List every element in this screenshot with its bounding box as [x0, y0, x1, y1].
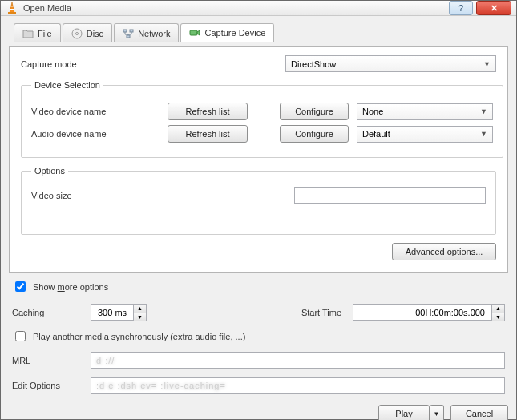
chevron-down-icon: ▼	[434, 410, 440, 418]
video-device-select[interactable]: None ▼	[357, 103, 493, 120]
play-label: lay	[402, 409, 413, 418]
video-size-input[interactable]	[294, 187, 486, 204]
play-sync-label: Play another media synchronously (extra …	[33, 332, 245, 341]
video-size-label: Video size	[31, 191, 285, 200]
chevron-down-icon: ▼	[480, 107, 487, 115]
window-title: Open Media	[23, 3, 449, 13]
dialog-footer: Play ▼ Cancel	[1, 398, 516, 420]
device-selection-group: Device Selection Video device name Refre…	[21, 80, 503, 158]
svg-rect-2	[10, 6, 14, 6]
tab-file-label: File	[38, 29, 52, 38]
video-device-row: Video device name Refresh list Configure…	[31, 103, 493, 120]
cancel-button[interactable]: Cancel	[450, 405, 508, 420]
start-time-value: 00H:00m:00s.000	[353, 308, 491, 317]
video-configure-button[interactable]: Configure	[280, 103, 349, 120]
mrl-input[interactable]: d ://	[91, 352, 505, 369]
audio-device-row: Audio device name Refresh list Configure…	[31, 125, 493, 143]
audio-refresh-button[interactable]: Refresh list	[168, 125, 248, 143]
svg-marker-0	[10, 2, 14, 13]
audio-configure-button[interactable]: Configure	[280, 125, 349, 143]
play-sync-checkbox[interactable]: Play another media synchronously (extra …	[12, 329, 505, 344]
show-more-row: Show more options	[9, 277, 508, 296]
edit-options-row: Edit Options :d e :dsh ev= :live-caching…	[12, 377, 505, 394]
chevron-down-icon: ▼	[483, 60, 491, 68]
play-split-button: Play ▼	[378, 405, 444, 420]
caching-value: 300 ms	[91, 308, 133, 317]
open-media-dialog: Open Media ? ✕ File Disc Network Capture…	[0, 0, 517, 420]
audio-device-select[interactable]: Default ▼	[357, 126, 493, 143]
options-legend: Options	[31, 166, 68, 176]
spin-down-button[interactable]: ▼	[134, 313, 146, 321]
tab-capture-label: Capture Device	[204, 28, 265, 38]
tab-network[interactable]: Network	[114, 23, 179, 42]
more-options-panel: Caching 300 ms ▲ ▼ Start Time 00H:00m:00…	[9, 301, 508, 394]
svg-rect-8	[127, 35, 130, 38]
video-refresh-button[interactable]: Refresh list	[168, 103, 248, 120]
capture-icon	[189, 27, 200, 38]
svg-rect-1	[8, 12, 16, 14]
audio-device-label: Audio device name	[31, 129, 168, 139]
spinner-buttons: ▲ ▼	[133, 305, 146, 321]
tab-disc-label: Disc	[87, 29, 103, 38]
caching-label: Caching	[12, 308, 79, 317]
edit-options-input[interactable]: :d e :dsh ev= :live-caching=	[91, 377, 505, 394]
mrl-label: MRL	[12, 356, 79, 365]
capture-panel: Capture mode DirectShow ▼ Device Selecti…	[9, 46, 508, 273]
mrl-value: d ://	[96, 356, 115, 365]
vlc-cone-icon	[6, 2, 18, 14]
edit-options-value: :d e :dsh ev= :live-caching=	[96, 381, 226, 390]
svg-rect-9	[190, 30, 197, 35]
video-device-value: None	[362, 107, 383, 116]
tab-file[interactable]: File	[14, 23, 61, 42]
tab-capture-device[interactable]: Capture Device	[180, 23, 274, 42]
caching-row: Caching 300 ms ▲ ▼ Start Time 00H:00m:00…	[12, 304, 505, 321]
show-more-label: Show more options	[33, 282, 108, 292]
mrl-row: MRL d ://	[12, 352, 505, 369]
play-sync-checkbox-input[interactable]	[15, 331, 26, 341]
play-button[interactable]: Play	[378, 405, 430, 420]
window-buttons: ? ✕	[449, 1, 511, 15]
disc-icon	[71, 28, 83, 39]
titlebar: Open Media ? ✕	[1, 1, 516, 16]
chevron-down-icon: ▼	[480, 130, 487, 138]
start-time-spinner[interactable]: 00H:00m:00s.000 ▲ ▼	[353, 304, 505, 321]
capture-mode-row: Capture mode DirectShow ▼	[21, 55, 496, 72]
edit-options-label: Edit Options	[12, 381, 79, 390]
capture-mode-value: DirectShow	[291, 59, 336, 69]
capture-mode-label: Capture mode	[21, 59, 277, 69]
advanced-row: Advanced options...	[21, 243, 496, 260]
svg-rect-6	[123, 30, 127, 32]
help-button[interactable]: ?	[449, 1, 473, 15]
device-selection-legend: Device Selection	[31, 80, 103, 90]
tab-bar: File Disc Network Capture Device	[14, 23, 508, 42]
tab-disc[interactable]: Disc	[63, 23, 112, 42]
options-group: Options Video size	[21, 166, 496, 235]
play-dropdown-button[interactable]: ▼	[430, 405, 444, 420]
spin-up-button[interactable]: ▲	[492, 305, 504, 313]
advanced-options-button[interactable]: Advanced options...	[392, 243, 496, 260]
video-size-row: Video size	[31, 187, 486, 204]
folder-icon	[22, 28, 34, 39]
show-more-checkbox-input[interactable]	[15, 281, 26, 292]
audio-device-value: Default	[362, 129, 390, 139]
network-icon	[123, 28, 134, 39]
video-device-label: Video device name	[31, 107, 168, 116]
tab-network-label: Network	[138, 29, 170, 38]
spin-down-button[interactable]: ▼	[492, 313, 504, 321]
svg-rect-3	[10, 9, 14, 10]
start-time-label: Start Time	[301, 308, 341, 317]
close-button[interactable]: ✕	[476, 1, 511, 15]
caching-spinner[interactable]: 300 ms ▲ ▼	[91, 304, 147, 321]
capture-mode-select[interactable]: DirectShow ▼	[285, 55, 496, 72]
show-more-checkbox[interactable]: Show more options	[12, 279, 505, 294]
dialog-body: File Disc Network Capture Device Capture…	[1, 16, 516, 398]
svg-rect-7	[130, 30, 133, 32]
spin-up-button[interactable]: ▲	[134, 305, 146, 313]
spinner-buttons: ▲ ▼	[491, 305, 504, 321]
svg-point-5	[75, 32, 78, 34]
